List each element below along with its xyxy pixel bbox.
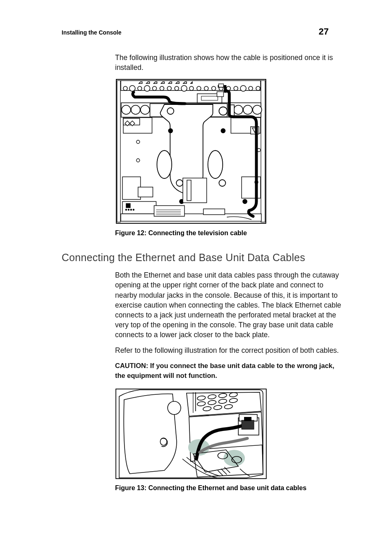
svg-rect-90 — [244, 417, 251, 421]
svg-point-5 — [123, 86, 127, 90]
svg-rect-56 — [183, 178, 207, 203]
svg-point-7 — [138, 86, 142, 90]
svg-point-11 — [167, 86, 171, 90]
svg-rect-68 — [219, 84, 224, 87]
intro-paragraph: The following illustration shows how the… — [115, 53, 344, 72]
svg-point-64 — [128, 209, 129, 211]
svg-point-26 — [131, 105, 140, 114]
svg-point-10 — [160, 86, 164, 90]
body-column-2: Both the Ethernet and base unit data cab… — [115, 270, 344, 492]
svg-point-22 — [249, 86, 253, 90]
ethernet-data-cable-diagram-icon — [115, 388, 267, 479]
svg-point-86 — [224, 450, 245, 466]
svg-point-17 — [212, 86, 216, 90]
figure-13 — [115, 388, 344, 479]
svg-point-15 — [197, 86, 201, 90]
svg-point-41 — [176, 180, 183, 186]
svg-point-23 — [256, 86, 260, 90]
svg-point-25 — [122, 105, 131, 114]
svg-point-37 — [168, 129, 173, 133]
caution-text: CAUTION: If you connect the base unit da… — [115, 361, 344, 381]
svg-point-65 — [131, 209, 132, 211]
svg-point-9 — [152, 86, 157, 90]
svg-point-71 — [168, 401, 181, 414]
svg-point-36 — [219, 107, 227, 115]
running-head: Installing the Console 27 — [62, 26, 367, 37]
svg-point-66 — [133, 209, 134, 211]
section-heading: Connecting the Ethernet and Base Unit Da… — [62, 252, 367, 264]
svg-rect-2 — [261, 81, 265, 222]
svg-point-39 — [157, 150, 172, 178]
svg-point-13 — [181, 86, 187, 91]
svg-point-29 — [243, 105, 252, 114]
svg-rect-3 — [117, 81, 120, 222]
figure-13-caption: Figure 13: Connecting the Ethernet and b… — [115, 484, 344, 492]
svg-point-49 — [136, 140, 140, 144]
svg-point-12 — [175, 86, 179, 90]
svg-point-42 — [219, 180, 226, 186]
svg-point-8 — [144, 86, 150, 91]
svg-point-28 — [234, 105, 243, 114]
page: Installing the Console 27 The following … — [0, 0, 392, 558]
page-number: 27 — [319, 26, 329, 37]
svg-point-6 — [129, 86, 135, 91]
svg-point-35 — [167, 108, 174, 114]
svg-point-20 — [234, 86, 238, 90]
figure-12 — [115, 78, 344, 225]
section-paragraph-1: Both the Ethernet and base unit data cab… — [115, 270, 344, 340]
svg-point-16 — [204, 86, 208, 90]
svg-rect-62 — [126, 204, 130, 208]
svg-rect-57 — [187, 180, 191, 201]
svg-point-38 — [221, 129, 225, 133]
svg-point-27 — [141, 105, 150, 114]
top-vent-row-icon — [121, 81, 261, 91]
svg-point-40 — [208, 150, 223, 178]
svg-rect-61 — [203, 209, 225, 215]
svg-point-30 — [253, 105, 262, 114]
svg-rect-67 — [217, 92, 224, 97]
svg-point-50 — [136, 159, 140, 162]
svg-rect-58 — [138, 187, 153, 197]
svg-rect-34 — [201, 96, 218, 100]
svg-point-63 — [126, 209, 127, 211]
svg-point-14 — [189, 86, 194, 90]
figure-12-caption: Figure 12: Connecting the television cab… — [115, 229, 344, 237]
svg-rect-89 — [242, 420, 254, 429]
svg-point-21 — [240, 86, 246, 91]
television-cable-diagram-icon — [115, 78, 267, 225]
body-column: The following illustration shows how the… — [115, 53, 344, 237]
svg-point-44 — [243, 199, 247, 204]
section-title: Installing the Console — [62, 29, 121, 36]
section-paragraph-2: Refer to the following illustration for … — [115, 345, 344, 355]
